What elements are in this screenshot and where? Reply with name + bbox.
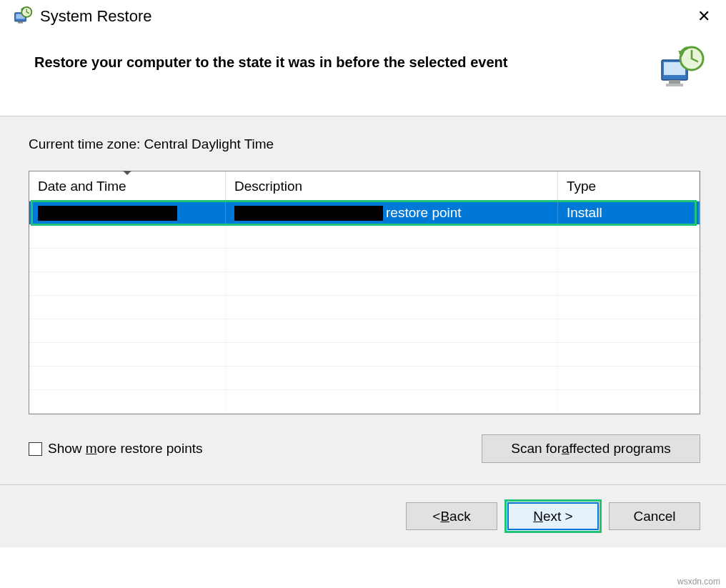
table-row[interactable] [29,225,700,249]
title-bar: System Restore ✕ [0,0,726,36]
checkbox-label: Show more restore points [48,441,203,457]
cell-type: Install [558,201,700,224]
svg-rect-7 [669,80,680,84]
column-header-type[interactable]: Type [558,171,700,201]
next-button[interactable]: Next > [507,502,599,530]
table-row[interactable]: restore point Install [29,201,700,225]
table-row[interactable] [29,390,700,414]
svg-rect-8 [666,84,683,86]
header-section: Restore your computer to the state it wa… [0,36,726,116]
timezone-label: Current time zone: Central Daylight Time [29,136,700,152]
table-row[interactable] [29,367,700,390]
column-header-description[interactable]: Description [226,171,558,201]
footer-buttons: < Back Next > Cancel [0,484,726,547]
cell-date [29,201,226,224]
system-restore-icon [13,6,33,26]
close-button[interactable]: ✕ [690,4,717,29]
table-row[interactable] [29,296,700,319]
restore-points-table[interactable]: Date and Time Description Type restore p… [29,171,700,414]
sort-indicator-icon [123,171,131,175]
cancel-button[interactable]: Cancel [609,502,700,530]
watermark-text: wsxdn.com [677,577,720,587]
table-row[interactable] [29,272,700,296]
show-more-checkbox[interactable]: Show more restore points [29,441,482,457]
cell-description: restore point [226,201,558,224]
scan-affected-programs-button[interactable]: Scan for affected programs [482,434,700,463]
table-header: Date and Time Description Type [29,171,700,201]
table-body: restore point Install [29,201,700,414]
below-table-controls: Show more restore points Scan for affect… [29,434,700,484]
column-header-date[interactable]: Date and Time [29,171,226,201]
svg-rect-2 [18,21,23,24]
content-area: Current time zone: Central Daylight Time… [0,116,726,484]
system-restore-large-icon [657,44,707,94]
table-row[interactable] [29,343,700,367]
redacted-text [234,206,383,221]
instruction-text: Restore your computer to the state it wa… [34,54,657,94]
checkbox-icon [29,442,42,456]
table-row[interactable] [29,319,700,343]
redacted-text [38,206,177,221]
table-row[interactable] [29,249,700,272]
back-button[interactable]: < Back [406,502,497,530]
window-title: System Restore [40,7,690,26]
